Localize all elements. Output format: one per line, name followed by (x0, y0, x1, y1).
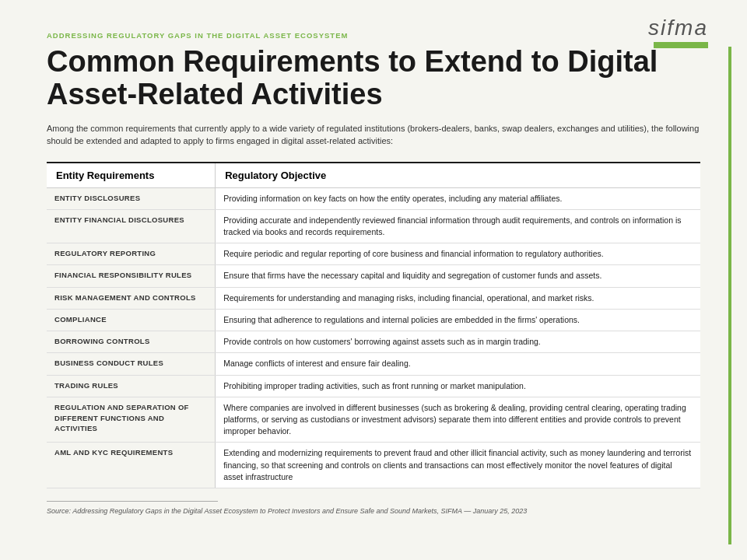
table-row: ENTITY FINANCIAL DISCLOSURESProviding ac… (47, 209, 700, 243)
header-entity: Entity Requirements (47, 163, 216, 188)
requirements-table: Entity Requirements Regulatory Objective… (47, 162, 700, 489)
entity-cell: COMPLIANCE (47, 309, 216, 331)
footer-divider (47, 501, 218, 502)
page: sifma ADDRESSING REGULATORY GAPS IN THE … (0, 0, 747, 560)
header-regulatory: Regulatory Objective (216, 163, 700, 188)
entity-cell: BORROWING CONTROLS (47, 331, 216, 353)
entity-cell: REGULATION AND SEPARATION OF DIFFERENT F… (47, 397, 216, 443)
table-row: TRADING RULESProhibiting improper tradin… (47, 375, 700, 397)
regulatory-cell: Where companies are involved in differen… (216, 397, 700, 443)
table-row: REGULATION AND SEPARATION OF DIFFERENT F… (47, 397, 700, 443)
entity-cell: ENTITY DISCLOSURES (47, 187, 216, 209)
table-row: BORROWING CONTROLSProvide controls on ho… (47, 331, 700, 353)
subtitle: ADDRESSING REGULATORY GAPS IN THE DIGITA… (47, 31, 700, 40)
regulatory-cell: Ensuring that adherence to regulations a… (216, 309, 700, 331)
regulatory-cell: Ensure that firms have the necessary cap… (216, 265, 700, 287)
table-row: COMPLIANCEEnsuring that adherence to reg… (47, 309, 700, 331)
table-row: ENTITY DISCLOSURESProviding information … (47, 187, 700, 209)
regulatory-cell: Providing accurate and independently rev… (216, 209, 700, 243)
regulatory-cell: Manage conflicts of interest and ensure … (216, 353, 700, 375)
entity-cell: RISK MANAGEMENT AND CONTROLS (47, 287, 216, 309)
right-border-accent (728, 47, 731, 544)
table-row: RISK MANAGEMENT AND CONTROLSRequirements… (47, 287, 700, 309)
entity-cell: BUSINESS CONDUCT RULES (47, 353, 216, 375)
logo-bar (654, 42, 708, 48)
table-row: FINANCIAL RESPONSIBILITY RULESEnsure tha… (47, 265, 700, 287)
entity-cell: TRADING RULES (47, 375, 216, 397)
regulatory-cell: Providing information on key facts on ho… (216, 187, 700, 209)
intro-text: Among the common requirements that curre… (47, 122, 700, 148)
regulatory-cell: Prohibiting improper trading activities,… (216, 375, 700, 397)
table-row: BUSINESS CONDUCT RULESManage conflicts o… (47, 353, 700, 375)
footer-source: Source: Addressing Regulatory Gaps in th… (47, 506, 700, 516)
table-row: AML AND KYC REQUIREMENTSExtending and mo… (47, 443, 700, 488)
logo-area: sifma (648, 16, 708, 48)
regulatory-cell: Requirements for understanding and manag… (216, 287, 700, 309)
entity-cell: FINANCIAL RESPONSIBILITY RULES (47, 265, 216, 287)
table-row: REGULATORY REPORTINGRequire periodic and… (47, 243, 700, 265)
logo-text: sifma (648, 16, 708, 40)
main-title: Common Requirements to Extend to Digital… (47, 46, 685, 111)
entity-cell: ENTITY FINANCIAL DISCLOSURES (47, 209, 216, 243)
regulatory-cell: Provide controls on how customers' borro… (216, 331, 700, 353)
regulatory-cell: Require periodic and regular reporting o… (216, 243, 700, 265)
entity-cell: AML AND KYC REQUIREMENTS (47, 443, 216, 488)
entity-cell: REGULATORY REPORTING (47, 243, 216, 265)
regulatory-cell: Extending and modernizing requirements t… (216, 443, 700, 488)
